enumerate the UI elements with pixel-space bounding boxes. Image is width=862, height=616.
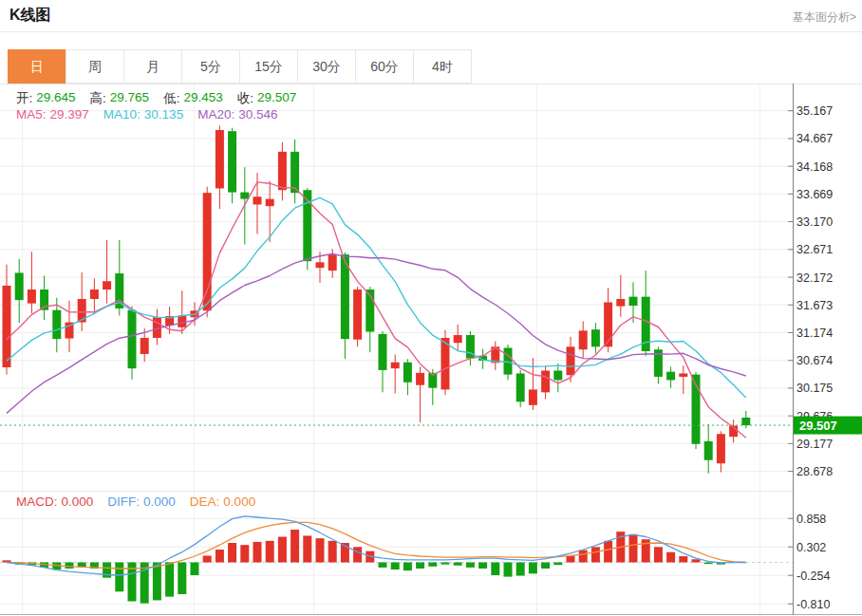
- svg-text:34.667: 34.667: [796, 132, 833, 145]
- svg-text:33.669: 33.669: [796, 188, 833, 201]
- tab-daily[interactable]: 日: [8, 49, 66, 84]
- macd-legend: MACD:0.000 DIFF:0.000 DEA:0.000: [16, 495, 255, 509]
- svg-text:0.858: 0.858: [796, 513, 826, 526]
- tab-60min[interactable]: 60分: [355, 49, 414, 84]
- header-divider: [0, 31, 862, 32]
- ma-legend: MA5:29.397 MA10:30.135 MA20:30.546: [16, 107, 277, 121]
- tab-5min[interactable]: 5分: [181, 49, 240, 84]
- tab-15min[interactable]: 15分: [239, 49, 298, 84]
- svg-text:29.177: 29.177: [796, 438, 833, 451]
- svg-text:-0.810: -0.810: [796, 598, 830, 611]
- dea-value: DEA:0.000: [190, 495, 255, 509]
- svg-text:33.170: 33.170: [796, 215, 833, 229]
- svg-text:31.673: 31.673: [796, 299, 833, 312]
- fundamental-analysis-link[interactable]: 基本面分析>: [793, 9, 856, 26]
- svg-text:31.174: 31.174: [796, 327, 833, 340]
- interval-tabs: 日 周 月 5分 15分 30分 60分 4时: [8, 49, 472, 84]
- svg-text:30.674: 30.674: [796, 354, 833, 367]
- tab-weekly[interactable]: 周: [66, 49, 124, 84]
- ma10-legend: MA10:30.135: [103, 107, 183, 121]
- svg-text:0.302: 0.302: [796, 541, 826, 554]
- tab-monthly[interactable]: 月: [123, 49, 182, 84]
- svg-text:30.175: 30.175: [796, 382, 833, 395]
- svg-text:-0.254: -0.254: [796, 569, 830, 583]
- diff-value: DIFF:0.000: [107, 495, 176, 509]
- ohlc-legend: 开:29.645 高:29.765 低:29.453 收:29.507: [16, 90, 296, 107]
- page-title: K线图: [9, 6, 51, 26]
- ma20-legend: MA20:30.546: [197, 107, 277, 121]
- macd-value: MACD:0.000: [16, 495, 93, 509]
- tab-4hour[interactable]: 4时: [413, 49, 472, 84]
- tab-30min[interactable]: 30分: [297, 49, 356, 84]
- svg-text:32.172: 32.172: [796, 271, 833, 285]
- ohlc-high: 高:29.765: [90, 90, 150, 107]
- ohlc-low: 低:29.453: [163, 90, 223, 107]
- ohlc-close: 收:29.507: [237, 90, 297, 107]
- svg-text:32.671: 32.671: [796, 243, 833, 256]
- svg-text:28.678: 28.678: [796, 465, 833, 478]
- ohlc-open: 开:29.645: [16, 90, 76, 107]
- svg-text:35.167: 35.167: [796, 104, 833, 118]
- ma5-legend: MA5:29.397: [16, 107, 89, 121]
- svg-text:29.507: 29.507: [799, 419, 837, 433]
- svg-text:34.168: 34.168: [796, 160, 833, 174]
